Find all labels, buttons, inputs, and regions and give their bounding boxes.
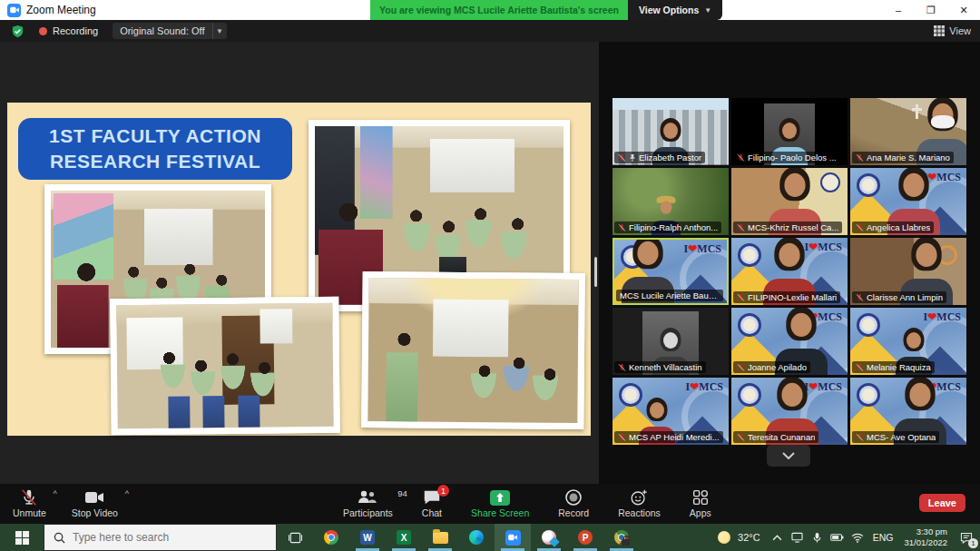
restore-button[interactable]: ❐ — [915, 0, 947, 20]
action-center-button[interactable]: 1 — [953, 524, 980, 551]
participant-tile[interactable]: Filipino-Ralph Anthon... — [612, 168, 729, 235]
recording-label: Recording — [53, 25, 98, 36]
locked-browser-icon — [614, 530, 629, 545]
participant-tile[interactable]: I❤MCSMCS Lucile Ariette Bautis... — [612, 238, 729, 305]
participant-name: Joanne Apilado — [748, 362, 807, 372]
microphone-tray-button[interactable] — [808, 524, 828, 551]
viewing-screen-banner: You are viewing MCS Lucile Ariette Bauti… — [370, 0, 628, 20]
participant-tile[interactable]: MCS-Khriz Russel Ca... — [731, 168, 848, 235]
participant-namebar: Elizabeth Pastor — [614, 152, 705, 163]
participant-tile[interactable]: I❤MCSAngelica Llabres — [850, 168, 966, 235]
unmute-button[interactable]: ^ Unmute — [13, 484, 46, 524]
clock[interactable]: 3:30 pm 31/01/2022 — [904, 526, 947, 549]
apps-button[interactable]: Apps — [690, 484, 711, 524]
temperature-label[interactable]: 32°C — [738, 532, 760, 543]
participant-tile[interactable]: I❤MCSTeresita Cunanan — [731, 378, 848, 445]
participant-namebar: MCS-Khriz Russel Ca... — [733, 221, 842, 233]
muted-mic-icon — [856, 293, 864, 302]
leave-button[interactable]: Leave — [919, 494, 965, 512]
participant-namebar: FILIPINO-Lexlie Mallari — [733, 291, 840, 303]
participant-tile[interactable]: Ana Marie S. Mariano — [850, 98, 966, 165]
chrome-app[interactable] — [313, 524, 349, 551]
school-seal-icon — [857, 383, 880, 407]
participant-tile[interactable]: Kenneth Villacastin — [612, 308, 729, 375]
zoom-app[interactable] — [495, 524, 531, 551]
edge-app[interactable] — [458, 524, 495, 551]
dropdown-caret-icon[interactable]: ▼ — [212, 23, 227, 39]
window-title: Zoom Meeting — [26, 4, 96, 16]
language-indicator[interactable]: ENG — [873, 532, 894, 543]
chat-badge: 1 — [437, 485, 449, 497]
chevron-up-icon[interactable]: ^ — [125, 489, 129, 498]
participants-count: 94 — [397, 488, 407, 498]
participant-tile[interactable]: Clarisse Ann Limpin — [850, 238, 966, 305]
file-explorer-icon — [433, 532, 448, 544]
close-button[interactable]: ✕ — [947, 0, 980, 20]
school-seal-icon — [738, 383, 761, 407]
chevron-up-icon[interactable]: ^ — [54, 489, 57, 498]
weather-button[interactable] — [714, 524, 734, 551]
start-button[interactable] — [0, 524, 44, 551]
participant-name: Melanie Raquiza — [867, 362, 931, 372]
word-app[interactable]: W — [349, 524, 386, 551]
wifi-tray-button[interactable] — [848, 524, 867, 551]
shared-screen-area: 1ST FACULTY ACTION RESEARCH FESTIVAL — [0, 42, 599, 484]
participant-tile[interactable]: I❤MCSMCS AP Heidi Meredi... — [612, 378, 729, 445]
stop-video-button[interactable]: ^ Stop Video — [72, 484, 118, 524]
battery-tray-button[interactable] — [828, 524, 848, 551]
task-view-button[interactable] — [277, 524, 313, 551]
share-screen-button[interactable]: Share Screen — [471, 484, 529, 524]
participant-tile[interactable]: I❤MCSJoanne Apilado — [731, 308, 848, 375]
search-input[interactable] — [73, 531, 236, 544]
participant-name: Clarisse Ann Limpin — [867, 292, 943, 302]
meeting-toolbar: ^ Unmute ^ Stop Video 94 Participants — [0, 484, 980, 524]
muted-mic-icon — [618, 223, 626, 232]
security-shield-icon[interactable] — [11, 25, 24, 38]
participants-button[interactable]: 94 Participants — [343, 484, 393, 524]
wifi-icon — [851, 533, 864, 543]
participant-tile[interactable]: Filipino- Paolo Delos ... — [731, 98, 848, 165]
excel-app[interactable]: X — [386, 524, 422, 551]
participant-name: MCS- Ave Optana — [867, 432, 936, 442]
media-app[interactable] — [531, 524, 567, 551]
locked-browser-app[interactable] — [603, 524, 640, 551]
muted-mic-icon — [19, 487, 39, 507]
chat-icon: 1 — [422, 487, 442, 507]
chevron-up-icon — [772, 535, 782, 541]
participant-name: Teresita Cunanan — [748, 432, 815, 442]
chevron-down-icon: ▼ — [704, 6, 711, 15]
chat-button[interactable]: 1 Chat — [422, 484, 442, 524]
original-sound-button[interactable]: Original Sound: Off ▼ — [113, 23, 226, 39]
participant-tile[interactable]: I❤MCSMCS- Ave Optana — [850, 378, 966, 445]
more-participants-button[interactable] — [767, 445, 810, 467]
zoom-app-icon — [505, 530, 521, 546]
participant-name: FILIPINO-Lexlie Mallari — [748, 292, 837, 302]
taskbar-search[interactable] — [44, 524, 277, 551]
reactions-button[interactable]: Reactions — [618, 484, 661, 524]
participant-namebar: Angelica Llabres — [852, 221, 934, 233]
chevron-down-icon — [782, 452, 795, 459]
powerpoint-app[interactable]: P — [567, 524, 603, 551]
file-explorer-app[interactable] — [422, 524, 458, 551]
slide-title: 1ST FACULTY ACTION RESEARCH FESTIVAL — [18, 118, 292, 180]
view-button[interactable]: View — [934, 20, 971, 42]
mcs-brand-label: I❤MCS — [684, 242, 721, 256]
panel-resize-handle[interactable] — [594, 257, 597, 287]
battery-icon — [830, 533, 844, 542]
participants-icon: 94 — [356, 487, 379, 507]
participant-tile[interactable]: I❤MCSFILIPINO-Lexlie Mallari — [731, 238, 848, 305]
muted-mic-icon — [737, 153, 745, 162]
participant-tile[interactable]: Elizabeth Pastor — [612, 98, 729, 165]
minimize-button[interactable]: – — [882, 0, 915, 20]
participant-tile[interactable]: I❤MCSMelanie Raquiza — [850, 308, 966, 375]
muted-mic-icon — [856, 363, 864, 372]
view-options-button[interactable]: View Options▼ — [628, 0, 722, 20]
display-icon — [791, 532, 803, 543]
muted-mic-icon — [737, 293, 745, 302]
record-button[interactable]: Record — [558, 484, 589, 524]
hidden-icons-button[interactable] — [768, 524, 788, 551]
slide-photo-classroom-4 — [361, 271, 584, 429]
participant-namebar: MCS Lucile Ariette Bautis... — [616, 290, 723, 301]
display-tray-button[interactable] — [788, 524, 808, 551]
muted-mic-icon — [618, 363, 626, 372]
